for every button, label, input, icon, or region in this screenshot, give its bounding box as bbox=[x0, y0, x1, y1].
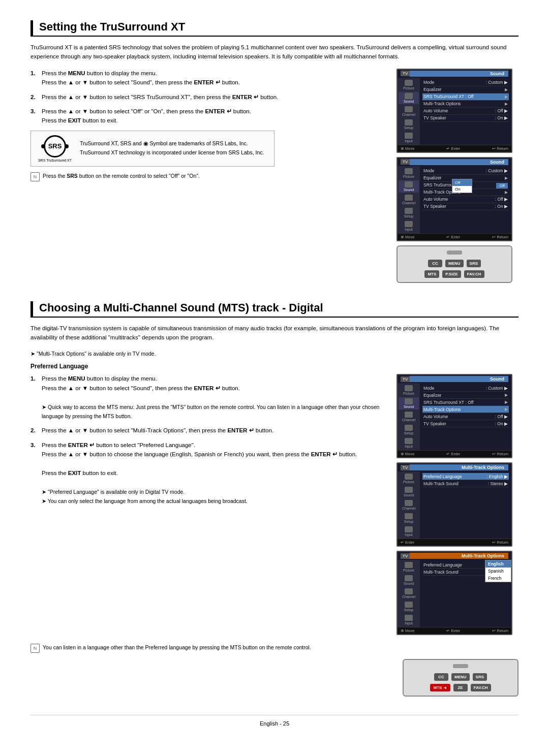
tv-sb5-setup: Setup bbox=[399, 601, 419, 613]
page-number: English - 25 bbox=[260, 720, 289, 727]
input-icon-5 bbox=[405, 615, 413, 621]
remote-control-2: CC MENU SRS MTS ◄ ZE FAV.CH bbox=[403, 659, 518, 697]
tv-sidebar2-setup: Setup bbox=[399, 207, 419, 219]
tv-title-5: Multi-Track Options bbox=[410, 553, 508, 559]
tv-screen5-main: Preferred Language Multi-Track Sound Eng… bbox=[420, 560, 511, 627]
tv-row-tvspeaker: TV Speaker: On ▶ bbox=[422, 115, 509, 122]
tv-row4-multitrack-sound: Multi-Track Sound: Stereo ▶ bbox=[422, 480, 509, 487]
tv-row3-srs: SRS TruSurround XT : Off▶ bbox=[422, 399, 509, 406]
tv-sidebar-picture: Picture bbox=[399, 79, 419, 91]
input-icon-4 bbox=[405, 526, 413, 532]
step2-num: 2. bbox=[30, 92, 38, 102]
tv-row2-tvspeaker: TV Speaker: On ▶ bbox=[422, 203, 509, 210]
tv-row3-tvspeaker: TV Speaker: On ▶ bbox=[422, 420, 509, 427]
tv-row2-mode: Mode: Custom ▶ bbox=[422, 168, 509, 175]
remote2-favch-btn: FAV.CH bbox=[471, 684, 491, 691]
tv-screen1-body: Picture Sound Channel Setup bbox=[398, 78, 511, 145]
tv-sb5-picture: Picture bbox=[399, 561, 419, 573]
sound-icon-5 bbox=[405, 575, 413, 581]
tv-sidebar-channel: Channel bbox=[399, 105, 419, 117]
remote-speaker-top bbox=[447, 250, 462, 255]
input-icon bbox=[405, 133, 413, 139]
section1-steps: 1. Press the MENU button to display the … bbox=[30, 69, 386, 283]
picture-icon-3 bbox=[405, 385, 413, 391]
tv-row2-autovolume: Auto Volume: Off ▶ bbox=[422, 196, 509, 203]
section2-intro: The digital-TV transmission system is ca… bbox=[30, 324, 518, 342]
section2-steps: 1. Press the MENU button to display the … bbox=[30, 374, 386, 635]
step-1: 1. Press the MENU button to display the … bbox=[30, 69, 386, 87]
sound-icon bbox=[405, 93, 413, 99]
tv-screen-1: TV Sound Picture Sound bbox=[396, 69, 512, 153]
section2-note-bottom: N You can listen in a language other tha… bbox=[30, 643, 518, 653]
tv-title-2: Sound bbox=[410, 159, 508, 165]
tv-screen1-main: Mode: Custom ▶ Equalizer▶ SRS TruSurroun… bbox=[420, 78, 511, 145]
tv-sb5-channel: Channel bbox=[399, 587, 419, 600]
remote-favch-btn: FAV.CH bbox=[464, 270, 484, 278]
input-icon-3 bbox=[405, 438, 413, 444]
channel-icon bbox=[405, 106, 413, 112]
tv-sb5-input: Input bbox=[399, 614, 419, 626]
section1-screens: TV Sound Picture Sound bbox=[396, 69, 518, 283]
tv-screen4-main: Preferred Language: English ▶ Multi-Trac… bbox=[420, 471, 511, 539]
sound-icon-4 bbox=[405, 487, 413, 493]
step1-content: Press the MENU button to display the men… bbox=[42, 69, 386, 87]
section1-intro: TruSurround XT is a patented SRS technol… bbox=[30, 43, 518, 61]
tv-screen-5: TV Multi-Track Options Picture Sound bbox=[396, 551, 512, 635]
tv-row-srs: SRS TruSurround XT : Off▶ bbox=[422, 93, 509, 101]
channel-icon-2 bbox=[405, 195, 413, 201]
tv-sidebar-3: Picture Sound Channel Setup bbox=[398, 383, 420, 450]
note-icon: N bbox=[30, 172, 40, 181]
srs-text: TruSurround XT, SRS and ◉ Symbol are tra… bbox=[80, 139, 264, 158]
dropdown-option-on: On bbox=[452, 186, 472, 193]
picture-icon bbox=[405, 80, 413, 86]
tv-sb3-picture: Picture bbox=[399, 384, 419, 396]
language-dropdown: English Spanish French bbox=[485, 560, 511, 582]
preferred-lang-label: Preferred Language bbox=[30, 363, 518, 370]
tv-screen2-body: Picture Sound Channel Setup bbox=[398, 166, 511, 233]
tv-screen2-header: TV Sound bbox=[398, 158, 511, 166]
tv-row3-mode: Mode: Custom ▶ bbox=[422, 385, 509, 392]
tv-sb5-sound: Sound bbox=[399, 574, 419, 586]
tv-sb4-setup: Setup bbox=[399, 512, 419, 524]
tv-screen3-main: Mode: Custom ▶ Equalizer▶ SRS TruSurroun… bbox=[420, 383, 511, 450]
remote2-srs-btn: SRS bbox=[473, 673, 487, 681]
step2-3-content: Press the ENTER ↵ button to select "Pref… bbox=[42, 440, 386, 506]
page-footer: English - 25 bbox=[30, 715, 518, 727]
section2-note-mts: ➤ "Multi-Track Options" is available onl… bbox=[30, 350, 518, 358]
lang-option-english: English bbox=[485, 560, 511, 568]
tv-screen-2: TV Sound Picture Sound bbox=[396, 157, 512, 241]
step2-2-num: 2. bbox=[30, 426, 38, 435]
tv-row-autovolume: Auto Volume: Off ▶ bbox=[422, 108, 509, 115]
tv-sidebar2-picture: Picture bbox=[399, 167, 419, 179]
tv-label-3: TV bbox=[401, 376, 410, 382]
remote2-ze-btn: ZE bbox=[453, 684, 468, 691]
section-trusurround: Setting the TruSurround XT TruSurround X… bbox=[30, 20, 518, 283]
step2-1-num: 1. bbox=[30, 374, 38, 421]
srs-sub-label: SRS TruSurround XT bbox=[38, 159, 72, 162]
remote-control-1: CC MENU SRS MTS P.SIZE FAV.CH bbox=[396, 245, 512, 283]
step2-3: 3. Press the ENTER ↵ button to select "P… bbox=[30, 440, 386, 506]
tv-screen3-footer: ⊕ Move ↵ Enter ↩ Return bbox=[398, 450, 511, 457]
step2-content: Press the ▲ or ▼ button to select "SRS T… bbox=[42, 92, 386, 102]
step3-content: Press the ▲ or ▼ button to select "Off" … bbox=[42, 107, 386, 125]
srs-circle-icon: SRS bbox=[44, 135, 66, 158]
step-2: 2. Press the ▲ or ▼ button to select "SR… bbox=[30, 92, 386, 102]
tv-screen5-footer: ⊕ Move ↵ Enter ↩ Return bbox=[398, 627, 511, 634]
tv-screen5-header: TV Multi-Track Options bbox=[398, 552, 511, 560]
channel-icon-5 bbox=[405, 588, 413, 594]
step2-3-num: 3. bbox=[30, 440, 38, 506]
section1-content: 1. Press the MENU button to display the … bbox=[30, 69, 518, 283]
tv-row3-equalizer: Equalizer▶ bbox=[422, 392, 509, 399]
channel-icon-3 bbox=[405, 412, 413, 418]
section1-title: Setting the TruSurround XT bbox=[30, 20, 518, 37]
tv-screen2-footer: ⊕ Move ↵ Enter ↩ Return bbox=[398, 233, 511, 240]
section2-content: 1. Press the MENU button to display the … bbox=[30, 374, 518, 635]
tv-screen-3: TV Sound Picture Sound bbox=[396, 374, 512, 458]
tv-sb3-sound: Sound bbox=[399, 397, 419, 410]
step2-1-content: Press the MENU button to display the men… bbox=[42, 374, 386, 421]
tv-label-5: TV bbox=[401, 553, 410, 559]
picture-icon-4 bbox=[405, 474, 413, 480]
note-mts-text: ➤ "Multi-Track Options" is available onl… bbox=[30, 350, 156, 358]
remote2-mts-btn: MTS ◄ bbox=[430, 684, 450, 691]
tv-row-mode: Mode: Custom ▶ bbox=[422, 79, 509, 86]
